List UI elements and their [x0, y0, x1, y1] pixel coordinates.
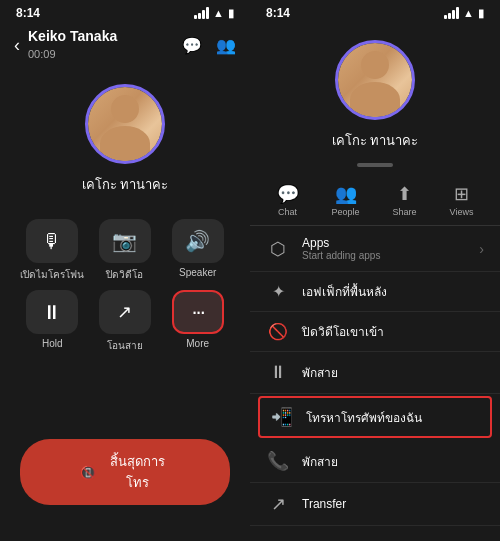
disable-video-icon: 🚫	[266, 322, 290, 341]
battery-icon-right: ▮	[478, 7, 484, 20]
call-header-left: ‹ Keiko Tanaka 00:09	[14, 28, 117, 62]
avatar-section-left: เคโกะ ทานาคะ	[0, 68, 250, 203]
signal-icon-right	[444, 7, 459, 19]
menu-item-disable-video[interactable]: 🚫 ปิดวิดีโอเขาเข้า	[250, 312, 500, 352]
transfer-button[interactable]: ↗ โอนสาย	[93, 290, 158, 353]
hold-title: พักสาย	[302, 363, 484, 382]
chat-icon[interactable]: 💬	[182, 36, 202, 55]
avatar-image-right	[338, 43, 412, 117]
chat-tab-label: Chat	[278, 207, 297, 217]
wifi-icon-right: ▲	[463, 7, 474, 19]
hold-menu-icon: ⏸	[266, 362, 290, 383]
disable-video-text: ปิดวิดีโอเขาเข้า	[302, 322, 484, 341]
mic-button[interactable]: 🎙 เปิดไมโครโฟน	[20, 219, 85, 282]
hold2-text: พักสาย	[302, 452, 484, 471]
call-duration: 00:09	[28, 48, 56, 60]
avatar-image-left	[88, 87, 162, 161]
menu-item-hold2[interactable]: 📞 พักสาย	[250, 440, 500, 483]
people-icon[interactable]: 👥	[216, 36, 236, 55]
status-icons-right: ▲ ▮	[444, 7, 484, 20]
tab-bar: 💬 Chat 👥 People ⬆ Share ⊞ Views	[250, 171, 500, 226]
left-panel: 8:14 ▲ ▮ ‹ Keiko Tanaka 00:09 💬 👥	[0, 0, 250, 541]
transfer-phone-text: โทรหาโทรศัพท์ของฉัน	[306, 408, 480, 427]
battery-icon: ▮	[228, 7, 234, 20]
time-right: 8:14	[266, 6, 290, 20]
views-tab-icon: ⊞	[454, 183, 469, 205]
menu-item-transfer2[interactable]: ↗ Transfer	[250, 483, 500, 526]
speaker-icon: 🔊	[185, 229, 210, 253]
people-tab-label: People	[332, 207, 360, 217]
status-bar-right: 8:14 ▲ ▮	[250, 0, 500, 24]
effects-icon: ✦	[266, 282, 290, 301]
tab-people[interactable]: 👥 People	[324, 179, 368, 221]
video-button[interactable]: 📷 ปิดวิดีโอ	[93, 219, 158, 282]
menu-list: ⬡ Apps Start adding apps › ✦ เอฟเฟ็กที่พ…	[250, 226, 500, 541]
transfer-phone-title: โทรหาโทรศัพท์ของฉัน	[306, 408, 480, 427]
mic-label: เปิดไมโครโฟน	[20, 267, 84, 282]
speaker-label: Speaker	[179, 267, 216, 278]
speaker-icon-wrap: 🔊	[172, 219, 224, 263]
end-call-section: 📵 สิ้นสุดการโทร	[0, 423, 250, 521]
status-icons-left: ▲ ▮	[194, 7, 234, 20]
hold-label: Hold	[42, 338, 63, 349]
apps-text: Apps Start adding apps	[302, 236, 467, 261]
time-left: 8:14	[16, 6, 40, 20]
menu-item-apps[interactable]: ⬡ Apps Start adding apps ›	[250, 226, 500, 272]
video-icon-wrap: 📷	[99, 219, 151, 263]
views-tab-label: Views	[450, 207, 474, 217]
chat-tab-icon: 💬	[277, 183, 299, 205]
share-tab-icon: ⬆	[397, 183, 412, 205]
more-icon: ···	[191, 299, 203, 325]
more-button[interactable]: ··· More	[165, 290, 230, 353]
right-panel: 8:14 ▲ ▮ เคโกะ ทานาคะ 💬 Chat 👥 People	[250, 0, 500, 541]
drag-handle	[357, 163, 393, 167]
video-icon: 📷	[112, 229, 137, 253]
end-call-button[interactable]: 📵 สิ้นสุดการโทร	[20, 439, 230, 505]
speaker-button[interactable]: 🔊 Speaker	[165, 219, 230, 282]
avatar-section-right: เคโกะ ทานาคะ	[250, 24, 500, 157]
apps-icon: ⬡	[266, 238, 290, 260]
more-icon-wrap: ···	[172, 290, 224, 334]
header-icons: 💬 👥	[182, 36, 236, 55]
effects-title: เอฟเฟ็กที่พื้นหลัง	[302, 282, 484, 301]
tab-chat[interactable]: 💬 Chat	[269, 179, 307, 221]
transfer-icon: ↗	[117, 301, 132, 323]
more-label: More	[186, 338, 209, 349]
menu-item-hold[interactable]: ⏸ พักสาย	[250, 352, 500, 394]
effects-text: เอฟเฟ็กที่พื้นหลัง	[302, 282, 484, 301]
mic-icon: 🎙	[42, 230, 62, 253]
apps-arrow: ›	[479, 241, 484, 257]
avatar-wrapper-right	[335, 40, 415, 120]
mic-icon-wrap: 🎙	[26, 219, 78, 263]
transfer-label: โอนสาย	[107, 338, 143, 353]
avatar-wrapper-left	[85, 84, 165, 164]
people-tab-icon: 👥	[335, 183, 357, 205]
video-label: ปิดวิดีโอ	[106, 267, 143, 282]
caller-name: Keiko Tanaka	[28, 28, 117, 44]
hold-icon-wrap: ⏸	[26, 290, 78, 334]
back-button[interactable]: ‹	[14, 35, 20, 56]
tab-views[interactable]: ⊞ Views	[442, 179, 482, 221]
end-call-icon: 📵	[80, 465, 96, 480]
hold-icon: ⏸	[42, 301, 62, 324]
caller-info: Keiko Tanaka 00:09	[28, 28, 117, 62]
hold-button[interactable]: ⏸ Hold	[20, 290, 85, 353]
control-grid: 🎙 เปิดไมโครโฟน 📷 ปิดวิดีโอ 🔊 Speaker ⏸ H…	[0, 207, 250, 365]
status-bar-left: 8:14 ▲ ▮	[0, 0, 250, 24]
transfer-icon-wrap: ↗	[99, 290, 151, 334]
signal-icon	[194, 7, 209, 19]
hold2-title: พักสาย	[302, 452, 484, 471]
transfer2-text: Transfer	[302, 497, 484, 511]
hold-text: พักสาย	[302, 363, 484, 382]
transfer2-icon: ↗	[266, 493, 290, 515]
tab-share[interactable]: ⬆ Share	[385, 179, 425, 221]
share-tab-label: Share	[393, 207, 417, 217]
caller-name-thai-left: เคโกะ ทานาคะ	[82, 174, 169, 195]
apps-title: Apps	[302, 236, 467, 250]
transfer-phone-icon: 📲	[270, 406, 294, 428]
caller-name-thai-right: เคโกะ ทานาคะ	[332, 130, 419, 151]
wifi-icon: ▲	[213, 7, 224, 19]
menu-item-effects[interactable]: ✦ เอฟเฟ็กที่พื้นหลัง	[250, 272, 500, 312]
menu-item-transfer-phone[interactable]: 📲 โทรหาโทรศัพท์ของฉัน	[258, 396, 492, 438]
transfer2-title: Transfer	[302, 497, 484, 511]
